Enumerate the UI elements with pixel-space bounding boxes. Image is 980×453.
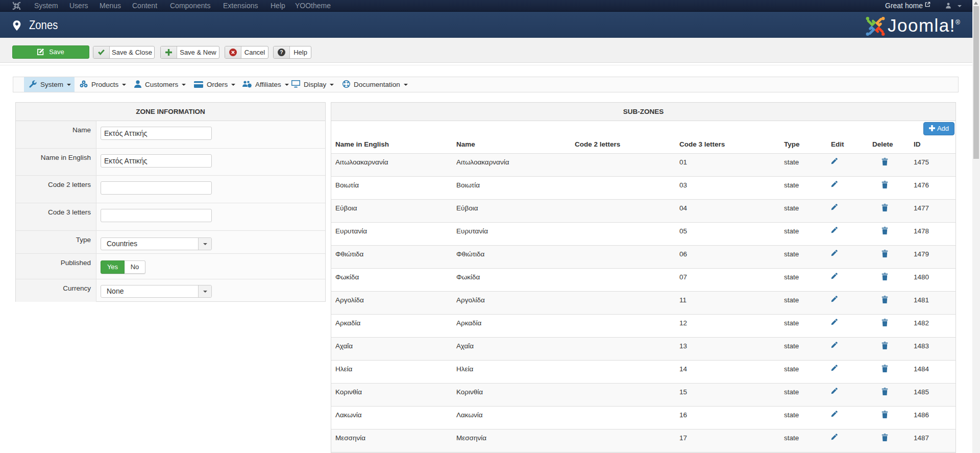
svg-text:?: ? xyxy=(280,50,283,55)
